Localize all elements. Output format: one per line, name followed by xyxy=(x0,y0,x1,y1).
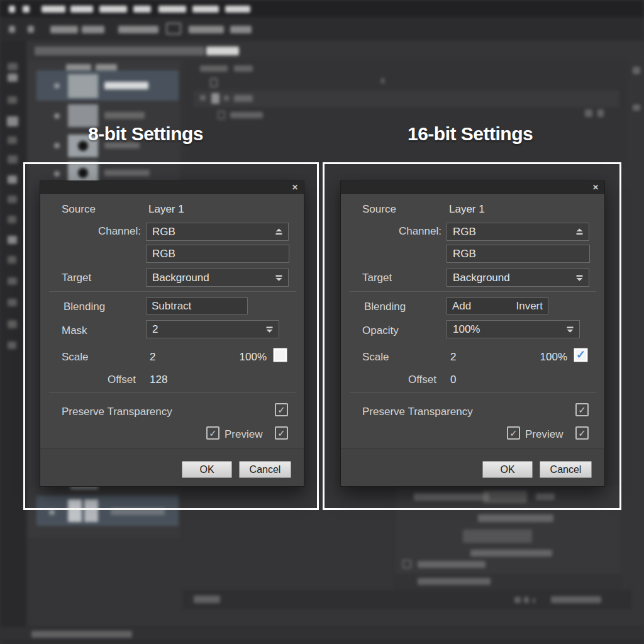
label-blur xyxy=(418,578,491,585)
dialog-footer: OK Cancel xyxy=(341,448,604,486)
scale-percent: 100% xyxy=(226,351,267,364)
spinner-updown-icon xyxy=(575,228,584,236)
panel-header-blur xyxy=(200,65,228,72)
tool-icon-blur xyxy=(8,277,17,285)
channel-secondary-field[interactable]: RGB xyxy=(447,245,590,263)
separator xyxy=(49,392,296,393)
menu-item-blur xyxy=(99,6,127,13)
ok-button[interactable]: OK xyxy=(482,461,533,478)
source-label: Source xyxy=(362,203,396,216)
opacity-label: Opacity xyxy=(362,325,399,337)
dialog-title-bar[interactable]: ✕ xyxy=(40,181,304,194)
panel-icon-blur xyxy=(585,109,592,117)
channel-select[interactable]: RGB xyxy=(146,223,289,241)
preview-left-checkbox[interactable]: ✓ xyxy=(507,426,520,440)
dot-blur xyxy=(224,96,229,101)
label-blur xyxy=(230,112,263,118)
scale-percent-checkbox[interactable] xyxy=(273,348,287,362)
offset-label: Offset xyxy=(40,374,136,386)
label-blur xyxy=(478,514,553,522)
window-edge xyxy=(0,640,644,644)
blending-value: Subtract xyxy=(152,298,191,314)
preview-right-checkbox[interactable]: ✓ xyxy=(575,426,589,440)
channel-secondary-field[interactable]: RGB xyxy=(146,245,289,263)
tick-blur xyxy=(381,78,384,84)
icon-blur xyxy=(533,598,535,603)
preview-label: Preview xyxy=(525,428,563,441)
label-blur xyxy=(470,550,552,557)
info-text-blur xyxy=(206,47,239,55)
option-blur xyxy=(189,26,224,33)
right-section-title: 16-bit Settings xyxy=(408,123,533,145)
menu-item-blur xyxy=(133,6,151,13)
close-icon[interactable]: ✕ xyxy=(292,182,298,193)
tool-icon-blur xyxy=(8,96,17,104)
dialog-title-bar[interactable]: ✕ xyxy=(341,181,604,194)
option-blur xyxy=(230,26,252,33)
scale-value: 2 xyxy=(150,351,155,364)
option-blur xyxy=(82,26,104,33)
mask-label: Mask xyxy=(62,325,87,337)
tool-icon-blur xyxy=(7,116,18,126)
scale-value: 2 xyxy=(450,351,456,364)
channel-label: Channel: xyxy=(341,225,441,238)
target-select[interactable]: Background xyxy=(447,269,589,287)
panel-icon-blur xyxy=(633,67,640,74)
icon-blur xyxy=(218,111,225,119)
target-select[interactable]: Background xyxy=(146,269,289,287)
preview-label: Preview xyxy=(225,428,262,441)
mask-select-value: 2 xyxy=(152,323,158,335)
preview-left-checkbox[interactable]: ✓ xyxy=(206,426,219,440)
options-bar xyxy=(0,17,644,41)
layer-thumbnail xyxy=(68,74,98,98)
target-select-value: Background xyxy=(453,272,510,284)
invert-label: Invert xyxy=(516,298,543,314)
preserve-transparency-checkbox[interactable]: ✓ xyxy=(275,403,288,416)
option-icon xyxy=(28,26,34,33)
tool-icon-blur xyxy=(8,155,18,164)
opacity-select[interactable]: 100% xyxy=(447,320,580,338)
blending-label: Blending xyxy=(364,301,406,313)
preserve-transparency-checkbox[interactable]: ✓ xyxy=(575,403,589,416)
scale-percent: 100% xyxy=(526,351,567,364)
blending-label: Blending xyxy=(64,301,105,313)
offset-label: Offset xyxy=(341,374,436,386)
blending-value: Add xyxy=(452,298,471,314)
label-blur xyxy=(551,596,601,603)
preview-right-checkbox[interactable]: ✓ xyxy=(275,426,288,440)
scale-percent-checkbox[interactable]: ✓ xyxy=(574,348,588,362)
offset-value: 0 xyxy=(450,374,456,386)
dropdown-down-icon xyxy=(566,326,574,333)
spinner-updown-icon xyxy=(275,228,283,236)
menu-item-blur xyxy=(192,6,219,13)
tool-icon-blur xyxy=(8,341,16,349)
mask-select[interactable]: 2 xyxy=(146,320,279,338)
label-blur xyxy=(234,95,253,102)
icon-blur xyxy=(514,597,521,603)
status-text-blur xyxy=(31,631,132,638)
panel-icon-blur xyxy=(633,104,640,111)
menu-item-blur xyxy=(70,6,93,13)
channel-icon-blur xyxy=(210,78,218,87)
app-icon xyxy=(9,6,15,13)
ok-button[interactable]: OK xyxy=(182,461,232,478)
separator xyxy=(350,291,596,292)
close-icon[interactable]: ✕ xyxy=(592,182,599,193)
visibility-eye-icon xyxy=(54,83,60,89)
panel-header-blur xyxy=(234,65,253,72)
tool-icon-blur xyxy=(8,63,18,70)
tools-panel xyxy=(0,41,26,644)
tool-icon-blur xyxy=(8,236,17,244)
channel-select[interactable]: RGB xyxy=(447,223,589,241)
tool-icon-blur xyxy=(8,320,17,328)
cancel-button[interactable]: Cancel xyxy=(239,461,291,478)
blending-select[interactable]: Subtract xyxy=(146,297,248,314)
tool-icon-blur xyxy=(8,74,18,82)
visibility-eye-icon xyxy=(49,509,55,515)
visibility-eye-icon xyxy=(54,143,60,148)
cancel-button[interactable]: Cancel xyxy=(540,461,592,478)
blending-select[interactable]: Add Invert xyxy=(447,297,548,314)
panel-icon-blur xyxy=(597,109,604,117)
scale-label: Scale xyxy=(62,351,89,364)
target-select-value: Background xyxy=(152,272,209,284)
